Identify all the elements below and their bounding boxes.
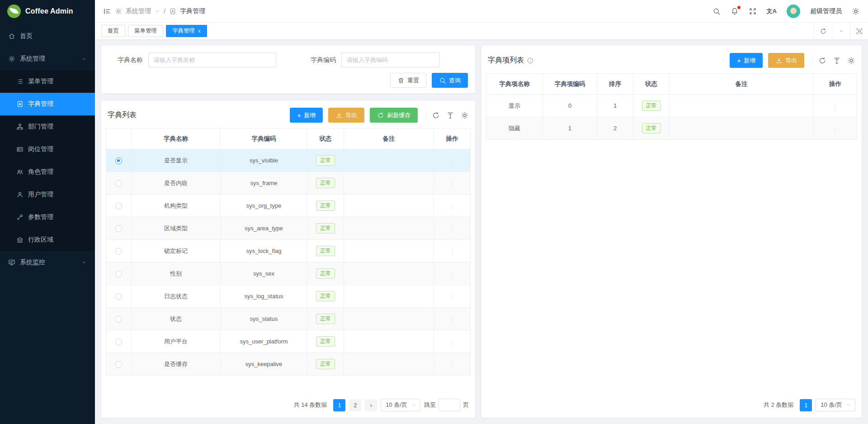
sidebar-item-post[interactable]: 岗位管理 [0,138,95,161]
table-settings-icon[interactable] [461,111,469,119]
query-button[interactable]: 查询 [432,73,468,88]
close-icon[interactable]: x [198,29,201,33]
radio-button[interactable] [115,316,122,323]
page-size-select[interactable]: 10 条/页 [816,399,855,411]
area-icon [16,236,24,243]
content: 字典名称 字典编码 重置 [95,39,868,424]
jump-page-input[interactable] [439,399,460,411]
sidebar-item-dept[interactable]: 部门管理 [0,115,95,138]
table-row[interactable]: 机构类型sys_org_type正常 [106,195,471,217]
sidebar-item-monitor[interactable]: 系统监控 [0,251,95,274]
dict-code-input[interactable] [341,52,440,67]
status-cell: 正常 [633,117,670,140]
radio-button[interactable] [115,271,122,277]
sidebar-item-label: 岗位管理 [28,145,53,153]
table-row[interactable]: 显示01正常 [486,95,857,117]
table-row[interactable]: 是否缓存sys_keepalive正常 [106,353,471,376]
tabs-menu-button[interactable] [832,23,850,39]
dict-code-cell: sys_user_platform [221,330,307,353]
sidebar-item-area[interactable]: 行政区域 [0,229,95,251]
row-operations [448,317,456,323]
table-row[interactable]: 性别sys_sex正常 [106,262,471,285]
table-refresh-icon[interactable] [818,57,826,65]
next-page-button[interactable]: › [365,399,377,411]
current-user-name[interactable]: 超级管理员 [810,7,842,15]
row-operations [831,126,839,133]
table-row[interactable]: 日志状态sys_log_status正常 [106,285,471,308]
radio-button[interactable] [115,157,122,164]
table-row[interactable]: 区域类型sys_area_type正常 [106,217,471,240]
search-icon[interactable] [712,7,721,15]
sidebar-item-user[interactable]: 用户管理 [0,183,95,206]
search-icon [439,77,446,84]
jump-prefix-label: 跳至 [424,401,436,409]
pagination-total: 共 2 条数据 [764,401,793,409]
page-size-select[interactable]: 10 条/页 [381,399,420,411]
radio-button[interactable] [115,338,122,345]
status-cell: 正常 [307,172,344,195]
tab-菜单管理[interactable]: 菜单管理 [128,25,163,37]
table-row[interactable]: 是否显示sys_visible正常 [106,149,471,172]
page-button-1[interactable]: 1 [800,399,812,411]
table-row[interactable]: 隐藏12正常 [486,117,857,140]
radio-button[interactable] [115,293,122,300]
column-height-icon[interactable] [833,57,841,65]
breadcrumb-dict-icon [169,8,176,15]
radio-button[interactable] [115,203,122,210]
table-refresh-icon[interactable] [432,111,440,119]
radio-button[interactable] [115,361,122,368]
item-name-cell: 显示 [486,95,543,117]
table-settings-icon[interactable] [847,57,855,65]
column-height-icon[interactable] [446,111,454,119]
radio-button[interactable] [115,180,122,187]
dict-name-cell: 用户平台 [132,330,221,353]
page-button-2[interactable]: 2 [349,399,361,411]
add-dict-button[interactable]: + 新增 [290,108,323,123]
page-button-1[interactable]: 1 [333,399,345,411]
radio-button[interactable] [115,248,122,255]
reset-icon [397,77,405,84]
table-row[interactable]: 用户平台sys_user_platform正常 [106,330,471,353]
tab-首页[interactable]: 首页 [101,25,125,37]
breadcrumb-separator: / [164,8,165,15]
radio-button[interactable] [115,225,122,232]
refresh-cache-button[interactable]: 刷新缓存 [370,108,418,123]
operation-cell [434,195,471,217]
sidebar-item-home[interactable]: 首页 [0,25,95,48]
menu-fold-icon[interactable] [103,7,111,15]
table-row[interactable]: 锁定标记sys_lock_flag正常 [106,240,471,262]
table-row[interactable]: 状态sys_status正常 [106,308,471,330]
add-dict-item-button[interactable]: + 新增 [730,53,763,68]
notification-bell[interactable] [731,7,739,15]
breadcrumb-gear-icon [115,8,122,15]
sidebar-item-menu[interactable]: 菜单管理 [0,70,95,93]
radio-cell [106,195,132,217]
fullscreen-icon[interactable] [749,7,757,15]
language-switch-icon[interactable]: 文A [767,7,777,15]
reset-button[interactable]: 重置 [390,73,426,88]
breadcrumb-section[interactable]: 系统管理 [126,7,151,15]
sidebar-item-role[interactable]: 角色管理 [0,161,95,183]
dict-name-input[interactable] [148,52,276,67]
remark-cell [344,149,434,172]
column-header: 备注 [670,74,814,95]
export-dict-item-button[interactable]: 导出 [768,53,804,68]
sidebar-item-dict[interactable]: 字典管理 [0,93,95,115]
radio-column-header [106,129,132,149]
sidebar-nav: 首页 系统管理 菜单管理字典管理部门管理岗位管理角色管理用户管理参数管理行政区域… [0,22,95,424]
export-dict-button[interactable]: 导出 [328,108,364,123]
tabs-maximize-button[interactable] [850,23,868,39]
sidebar-item-param[interactable]: 参数管理 [0,206,95,229]
remark-cell [344,353,434,376]
tab-字典管理[interactable]: 字典管理x [166,25,207,37]
operation-divider [835,126,835,133]
breadcrumb-page: 字典管理 [180,7,205,15]
sidebar-item-system[interactable]: 系统管理 [0,48,95,70]
sidebar-item-label: 角色管理 [28,168,53,176]
tabs-refresh-button[interactable] [814,23,832,39]
settings-gear-icon[interactable] [852,7,860,15]
table-row[interactable]: 是否内嵌sys_frame正常 [106,172,471,195]
avatar[interactable] [787,5,800,18]
operation-cell [434,308,471,330]
row-operations [448,362,456,368]
